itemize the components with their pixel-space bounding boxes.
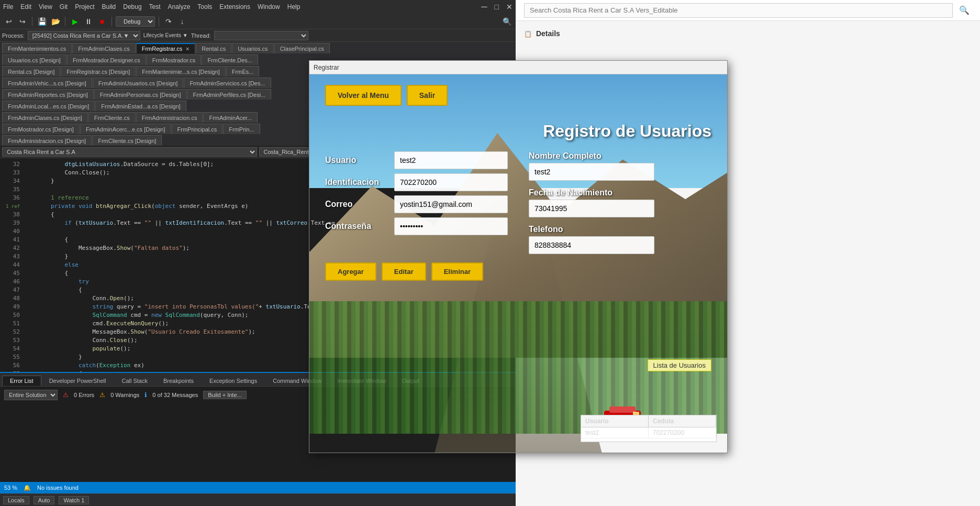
txt-contrasena[interactable]	[394, 217, 508, 235]
code-class-dropdown[interactable]: Costa Rica Rent a Car S.A	[2, 147, 257, 157]
txt-fecha-nacimiento[interactable]	[529, 200, 654, 217]
btn-editar[interactable]: Editar	[382, 262, 426, 281]
txt-telefono[interactable]	[529, 236, 654, 254]
menu-window[interactable]: Window	[258, 3, 280, 10]
locals-tab[interactable]: Locals	[3, 496, 29, 504]
search-input[interactable]	[524, 3, 953, 18]
tab-frm-admin-reportes-design[interactable]: FrmAdminReportes.cs [Design]	[2, 89, 94, 100]
tb-step-into[interactable]: ↓	[176, 16, 188, 27]
tab-frm-admin-clases-design[interactable]: FrmAdminClases.cs [Design]	[2, 112, 88, 123]
menu-build[interactable]: Build	[102, 3, 116, 10]
tab-frm-prin[interactable]: FrmPrin...	[223, 124, 260, 134]
menu-git[interactable]: Git	[60, 3, 68, 10]
tab-frm-admin-perfiles-design[interactable]: FrmAdminPerfiles.cs [Desi...	[187, 89, 272, 100]
menu-view[interactable]: View	[39, 3, 52, 10]
menu-bar: File Edit View Git Project Build Debug T…	[0, 0, 516, 14]
tb-stop[interactable]: ■	[96, 16, 108, 27]
tab-usuarios-design[interactable]: Usuarios.cs [Design]	[2, 54, 66, 65]
tb-search[interactable]: 🔍	[501, 16, 513, 27]
tab-frm-admin-vehic-design[interactable]: FrmAdminVehic...s.cs [Design]	[2, 78, 92, 88]
tab-frm-admin-estad-design[interactable]: FrmAdminEstad...a.cs [Design]	[95, 101, 186, 111]
build-button[interactable]: Build + Inte...	[203, 391, 247, 399]
tab-frm-mantenimie-design[interactable]: FrmMantenimie...s.cs [Design]	[136, 66, 226, 76]
table-row[interactable]: test2 702270200	[581, 427, 716, 438]
form-content: Volver al Menu Salir Registro de Usuario…	[309, 74, 727, 453]
tab-frm-mostrador-designer[interactable]: FrmMostrador.Designer.cs	[67, 54, 146, 65]
search-button[interactable]: 🔍	[957, 3, 972, 18]
tab-frm-admin-clases[interactable]: FrmAdminClases.cs	[72, 43, 135, 53]
tab-frm-admin-acer[interactable]: FrmAdminAcer...	[203, 112, 258, 123]
tab-exception-settings[interactable]: Exception Settings	[202, 376, 265, 386]
tb-run[interactable]: ▶	[69, 16, 81, 27]
tb-step-over[interactable]: ↷	[163, 16, 174, 27]
tab-frm-admin-personas-design[interactable]: FrmAdminPersonas.cs [Design]	[94, 89, 187, 100]
tab-frm-registrar[interactable]: FrmRegistrar.cs✕	[136, 43, 196, 53]
tab-frm-cliente[interactable]: FrmCliente.cs	[88, 112, 136, 123]
tab-frm-administracion-design[interactable]: FrmAdministracion.cs [Design]	[2, 135, 92, 146]
tb-open[interactable]: 📂	[50, 16, 61, 27]
tab-dev-powershell[interactable]: Developer PowerShell	[41, 376, 114, 386]
tab-frm-admin-acerc-design[interactable]: FrmAdminAcerc...e.cs [Design]	[80, 124, 171, 134]
menu-help[interactable]: Help	[287, 3, 300, 10]
lbl-fecha-nacimiento: Fecha de Nacimiento	[529, 188, 711, 197]
tb-undo[interactable]: ↩	[3, 16, 15, 27]
btn-agregar[interactable]: Agregar	[325, 262, 376, 281]
txt-usuario[interactable]	[394, 151, 508, 169]
tab-rental-design[interactable]: Rental.cs [Design]	[2, 66, 60, 76]
menu-edit[interactable]: Edit	[20, 3, 31, 10]
tab-clase-principal[interactable]: ClasePrincipal.cs	[274, 43, 330, 53]
ide-close[interactable]: ✕	[506, 3, 513, 11]
txt-correo[interactable]	[394, 195, 508, 213]
tab-frm-cliente-design[interactable]: FrmCliente.cs [Design]	[92, 135, 162, 146]
tab-frm-administracion[interactable]: FrmAdministracion.cs	[136, 112, 203, 123]
tab-frm-principal[interactable]: FrmPrincipal.cs	[172, 124, 223, 134]
tab-frm-mostrador-design[interactable]: FrmMostrador.cs [Design]	[2, 124, 80, 134]
tab-frm-es[interactable]: FrmEs...	[226, 66, 260, 76]
lbl-contrasena: Contraseña	[325, 222, 388, 231]
tab-error-list[interactable]: Error List	[2, 376, 41, 386]
solution-scope-select[interactable]: Entire Solution	[4, 390, 58, 400]
ide-minimize[interactable]: ─	[481, 2, 487, 12]
watch1-tab[interactable]: Watch 1	[59, 496, 89, 504]
menu-extensions[interactable]: Extensions	[219, 3, 250, 10]
tab-call-stack[interactable]: Call Stack	[114, 376, 155, 386]
btn-volver-menu[interactable]: Volver al Menu	[325, 85, 402, 106]
tab-frm-mostrador[interactable]: FrmMostrador.cs	[147, 54, 202, 65]
tb-save[interactable]: 💾	[36, 16, 48, 27]
txt-nombre-completo[interactable]	[529, 163, 654, 181]
auto-tab[interactable]: Auto	[34, 496, 55, 504]
warning-icon: ⚠	[99, 391, 105, 399]
menu-analyze[interactable]: Analyze	[168, 3, 191, 10]
debug-mode-select[interactable]: Debug	[116, 16, 155, 27]
menu-file[interactable]: File	[3, 3, 13, 10]
tb-pause[interactable]: ⏸	[83, 16, 94, 27]
btn-eliminar[interactable]: Eliminar	[431, 262, 483, 281]
ide-maximize[interactable]: □	[495, 3, 499, 11]
col-usuario-header: Usuario	[581, 415, 649, 427]
btn-salir[interactable]: Salir	[407, 85, 448, 106]
tab-usuarios[interactable]: Usuarios.cs	[232, 43, 273, 53]
menu-debug[interactable]: Debug	[123, 3, 141, 10]
tab-breakpoints[interactable]: Breakpoints	[155, 376, 202, 386]
tab-close-registrar[interactable]: ✕	[185, 46, 190, 52]
tab-frm-admin-local-design[interactable]: FrmAdminLocal...es.cs [Design]	[2, 101, 95, 111]
tab-frm-admin-servicios-design[interactable]: FrmAdminServicios.cs [Des...	[184, 78, 271, 88]
tab-frm-mantenimientos[interactable]: FrmMantenimientos.cs	[2, 43, 72, 53]
thread-select[interactable]	[214, 31, 308, 40]
menu-test[interactable]: Test	[149, 3, 161, 10]
menu-project[interactable]: Project	[75, 3, 94, 10]
tab-frm-admin-usuarios-design[interactable]: FrmAdminUsuarios.cs [Design]	[93, 78, 184, 88]
txt-identificacion[interactable]	[394, 173, 508, 191]
winform-body-inner: Volver al Menu Salir Registro de Usuario…	[309, 74, 727, 453]
tab-rental[interactable]: Rental.cs	[196, 43, 231, 53]
process-label: Process:	[2, 32, 25, 39]
process-select[interactable]: [25492] Costa Rica Rent a Car S.A.▼	[28, 31, 140, 40]
menu-tools[interactable]: Tools	[197, 3, 212, 10]
tab-frm-cliente-des[interactable]: FrmCliente.Des...	[202, 54, 258, 65]
thread-label: Thread:	[191, 32, 211, 39]
tab-frm-registrar-design[interactable]: FrmRegistrar.cs [Design]	[61, 66, 136, 76]
lista-usuarios-table: Usuario Cedula test2 702270200	[581, 415, 717, 442]
error-count: ⚠	[63, 391, 69, 399]
status-left: 53 % 🔔 No issues found	[4, 485, 79, 491]
tb-redo[interactable]: ↪	[17, 16, 28, 27]
